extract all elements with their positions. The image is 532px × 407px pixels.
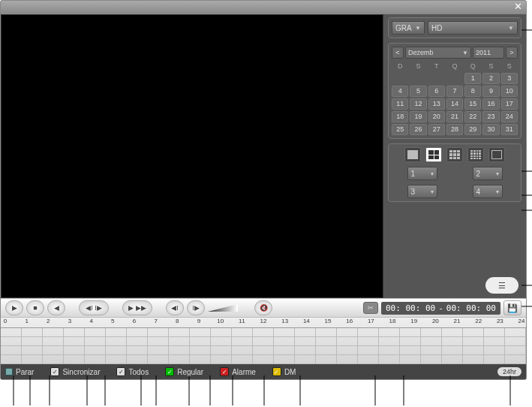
alarm-checkbox[interactable]: Alarme <box>220 367 256 376</box>
all-label: Todos <box>128 368 149 376</box>
calendar-dow: T <box>428 61 445 71</box>
calendar-panel: < Dezemb ▼ 2011 > DSTQQSS123456789101112… <box>388 43 521 139</box>
channel-2-dropdown[interactable]: 2 ▾ <box>473 167 503 180</box>
time-range-display: 00: 00: 00 - 00: 00: 00 <box>381 302 500 315</box>
calendar-day[interactable]: 2 <box>482 73 499 84</box>
ruler-tick: 13 <box>281 318 288 324</box>
all-checkbox[interactable]: Todos <box>116 367 149 376</box>
reverse-button[interactable]: ◀ <box>47 300 65 315</box>
channel-1-dropdown[interactable]: 1 ▾ <box>407 167 437 180</box>
chevron-down-icon: ▼ <box>508 25 514 32</box>
ruler-tick: 14 <box>303 318 310 324</box>
mute-button[interactable]: 🔇 <box>254 300 272 315</box>
calendar-day[interactable]: 22 <box>464 111 481 122</box>
calendar-day[interactable]: 17 <box>501 98 518 110</box>
status-indicator <box>5 368 13 375</box>
calendar-day[interactable]: 14 <box>446 98 463 110</box>
alarm-label: Alarme <box>232 368 256 376</box>
calendar-dow: Q <box>446 61 463 71</box>
calendar-day[interactable]: 7 <box>446 86 463 97</box>
layout-1-button[interactable] <box>404 147 421 162</box>
calendar-day[interactable]: 21 <box>446 111 463 122</box>
fast-play-button[interactable]: ▶ ▶▶ <box>122 300 152 315</box>
channel-1-label: 1 <box>411 170 416 178</box>
ruler-tick: 9 <box>197 318 200 324</box>
calendar-day[interactable]: 25 <box>392 124 408 135</box>
calendar-day[interactable]: 24 <box>501 111 518 122</box>
volume-slider[interactable] <box>208 304 238 312</box>
layout-9-button[interactable] <box>446 147 463 162</box>
video-viewport[interactable] <box>1 14 383 298</box>
calendar-day[interactable]: 30 <box>482 124 499 135</box>
track-2[interactable] <box>1 337 526 346</box>
calendar-day[interactable]: 12 <box>410 98 426 110</box>
channel-4-dropdown[interactable]: 4 ▾ <box>473 185 503 198</box>
channel-selectors: 1 ▾ 2 ▾ 3 ▾ 4 ▾ <box>392 167 518 198</box>
stop-button[interactable]: ■ <box>26 300 44 315</box>
track-3[interactable] <box>1 346 526 355</box>
calendar-day[interactable]: 23 <box>482 111 499 122</box>
regular-checkbox[interactable]: Regular <box>165 367 203 376</box>
calendar-day[interactable]: 11 <box>392 98 408 110</box>
month-dropdown[interactable]: Dezemb ▼ <box>405 47 471 59</box>
timeline-scale-button[interactable]: 24hr <box>497 367 521 376</box>
calendar-grid: DSTQQSS123456789101112131415161718192021… <box>392 61 518 135</box>
channel-4-label: 4 <box>476 188 481 196</box>
ruler-tick: 8 <box>176 318 179 324</box>
storage-dropdown[interactable]: HD ▼ <box>428 21 518 35</box>
track-4[interactable] <box>1 355 526 364</box>
ruler-tick: 5 <box>111 318 114 324</box>
calendar-day[interactable]: 5 <box>410 86 426 97</box>
calendar-day[interactable]: 9 <box>482 86 499 97</box>
next-frame-button[interactable]: I▶ <box>187 300 205 315</box>
calendar-day[interactable]: 16 <box>482 98 499 110</box>
track-1[interactable] <box>1 328 526 337</box>
layout-4-button[interactable] <box>425 147 442 162</box>
clip-button[interactable]: ✂ <box>363 302 378 314</box>
calendar-day[interactable]: 29 <box>464 124 481 135</box>
regular-label: Regular <box>177 368 203 376</box>
calendar-dow: Q <box>464 61 481 71</box>
year-dropdown[interactable]: 2011 <box>473 47 504 59</box>
timeline[interactable]: 0123456789101112131415161718192021222324 <box>1 318 526 364</box>
calendar-day[interactable]: 20 <box>428 111 445 122</box>
sync-label: Sincronizar <box>62 368 100 376</box>
layout-16-button[interactable] <box>467 147 484 162</box>
prev-frame-button[interactable]: ◀I <box>166 300 184 315</box>
floppy-icon: 💾 <box>507 303 518 313</box>
calendar-day[interactable]: 19 <box>410 111 426 122</box>
motion-checkbox[interactable]: DM <box>272 367 296 376</box>
next-month-button[interactable]: > <box>506 47 518 59</box>
playback-window: ✕ GRA ▼ HD ▼ < <box>0 0 527 380</box>
scale-label: 24hr <box>503 368 516 375</box>
file-list-button[interactable]: ☰ <box>485 277 518 294</box>
fullscreen-button[interactable] <box>488 147 505 162</box>
record-type-dropdown[interactable]: GRA ▼ <box>392 21 425 35</box>
slow-play-button[interactable]: ◀I I▶ <box>79 300 109 315</box>
ruler-tick: 19 <box>410 318 417 324</box>
calendar-day[interactable]: 31 <box>501 124 518 135</box>
calendar-day[interactable]: 18 <box>392 111 408 122</box>
calendar-day[interactable]: 26 <box>410 124 426 135</box>
calendar-day[interactable]: 15 <box>464 98 481 110</box>
calendar-day[interactable]: 6 <box>428 86 445 97</box>
play-button[interactable]: ▶ <box>5 300 23 315</box>
calendar-day[interactable]: 28 <box>446 124 463 135</box>
calendar-day[interactable]: 3 <box>501 73 518 84</box>
calendar-day[interactable]: 13 <box>428 98 445 110</box>
calendar-day[interactable]: 10 <box>501 86 518 97</box>
ruler-tick: 4 <box>89 318 92 324</box>
ruler-tick: 17 <box>368 318 374 324</box>
ruler-tick: 1 <box>25 318 28 324</box>
calendar-day[interactable]: 27 <box>428 124 445 135</box>
calendar-day[interactable]: 1 <box>464 73 481 84</box>
sync-checkbox[interactable]: Sincronizar <box>50 367 100 376</box>
prev-month-button[interactable]: < <box>392 47 404 59</box>
grid1-icon <box>407 150 418 159</box>
calendar-day[interactable]: 8 <box>464 86 481 97</box>
channel-3-dropdown[interactable]: 3 ▾ <box>407 185 437 198</box>
save-button[interactable]: 💾 <box>503 300 521 315</box>
calendar-dow: S <box>482 61 499 71</box>
close-icon[interactable]: ✕ <box>512 2 524 13</box>
calendar-day[interactable]: 4 <box>392 86 408 97</box>
